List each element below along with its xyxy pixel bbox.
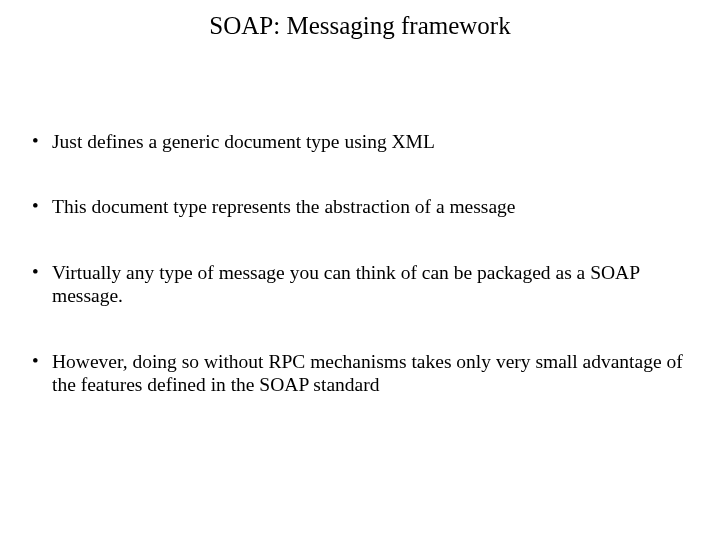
bullet-list: Just defines a generic document type usi…	[20, 130, 700, 396]
list-item: Just defines a generic document type usi…	[32, 130, 700, 153]
list-item: Virtually any type of message you can th…	[32, 261, 700, 308]
list-item: This document type represents the abstra…	[32, 195, 700, 218]
slide: SOAP: Messaging framework Just defines a…	[0, 0, 720, 540]
list-item: However, doing so without RPC mechanisms…	[32, 350, 700, 397]
slide-title: SOAP: Messaging framework	[20, 12, 700, 40]
